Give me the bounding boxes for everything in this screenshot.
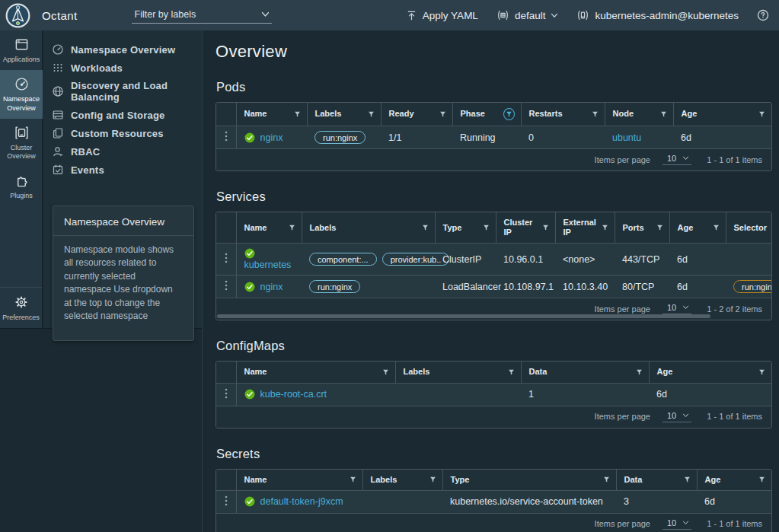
row-actions-button[interactable] xyxy=(216,490,236,513)
selector-pill: run:nginx xyxy=(733,280,771,293)
filter-icon[interactable] xyxy=(429,476,436,483)
row-handle-header xyxy=(216,103,236,126)
nav-item-discovery-load-balancing[interactable]: Discovery and Load Balancing xyxy=(43,77,202,106)
filter-icon[interactable] xyxy=(422,224,429,231)
chevron-down-icon xyxy=(261,11,270,18)
service-name-link[interactable]: nginx xyxy=(260,282,283,292)
row-actions-button[interactable] xyxy=(216,244,236,276)
age-value: 6d xyxy=(669,276,726,298)
page-size-select[interactable]: 10 xyxy=(662,154,691,165)
filter-by-labels-dropdown[interactable]: Filter by labels xyxy=(132,8,272,24)
nav-item-workloads[interactable]: Workloads xyxy=(43,59,202,77)
sidebar-item-applications[interactable]: Applications xyxy=(0,30,43,70)
plugins-icon xyxy=(14,174,30,188)
nav-label: RBAC xyxy=(71,146,100,158)
namespace-icon xyxy=(496,9,509,21)
filter-icon[interactable] xyxy=(758,368,765,376)
col-age: Age xyxy=(669,212,726,244)
row-actions-button[interactable] xyxy=(216,383,236,406)
context-selector[interactable]: kubernetes-admin@kubernetes xyxy=(576,9,739,21)
filter-icon[interactable] xyxy=(382,368,389,376)
age-value: 6d xyxy=(697,490,771,513)
age-value: 6d xyxy=(669,244,726,276)
filter-icon[interactable] xyxy=(483,224,490,231)
filter-icon[interactable] xyxy=(713,224,720,231)
nav-item-namespace-overview[interactable]: Namespace Overview xyxy=(43,40,202,59)
nav-label: Events xyxy=(71,164,104,176)
filter-icon[interactable] xyxy=(439,110,446,118)
pagination-range: 1 - 2 of 2 items xyxy=(707,304,762,314)
filter-icon[interactable] xyxy=(656,224,663,231)
configmaps-table: Name Labels Data Age kube-root-ca.crt 1 … xyxy=(216,361,772,428)
ports-value: 80/TCP xyxy=(615,276,669,298)
network-globe-icon xyxy=(52,85,64,97)
page-size-select[interactable]: 10 xyxy=(662,303,691,314)
filter-icon[interactable] xyxy=(294,110,301,118)
col-labels: Labels xyxy=(302,212,435,244)
age-value: 6d xyxy=(649,383,771,406)
sidebar-label-applications: Applications xyxy=(3,56,40,64)
filter-icon[interactable] xyxy=(684,476,691,483)
app-title: Octant xyxy=(42,9,78,22)
col-ready: Ready xyxy=(381,103,452,126)
filter-icon[interactable] xyxy=(368,110,375,118)
page-title: Overview xyxy=(216,42,773,62)
filter-icon[interactable] xyxy=(660,110,667,118)
filter-icon[interactable] xyxy=(758,476,765,483)
user-icon xyxy=(52,145,64,158)
ports-value: 443/TCP xyxy=(615,244,669,276)
nav-item-events[interactable]: Events xyxy=(43,161,202,179)
sidebar-item-namespace-overview[interactable]: Namespace Overview xyxy=(0,70,43,119)
nav-item-config-storage[interactable]: Config and Storage xyxy=(43,106,202,124)
namespace-dropdown[interactable]: default xyxy=(496,9,559,21)
sidebar-label-preferences: Preferences xyxy=(2,314,40,322)
configmap-name-link[interactable]: kube-root-ca.crt xyxy=(260,389,327,400)
pod-name-link[interactable]: nginx xyxy=(260,132,283,143)
page-size-select[interactable]: 10 xyxy=(662,411,691,422)
type-value: kubernetes.io/service-account-token xyxy=(442,490,616,513)
sidebar-item-cluster-overview[interactable]: Cluster Overview xyxy=(0,119,43,167)
pagination-range: 1 - 1 of 1 items xyxy=(707,412,762,421)
filter-icon[interactable] xyxy=(636,368,643,376)
col-data: Data xyxy=(521,362,649,383)
nav-item-rbac[interactable]: RBAC xyxy=(43,142,202,161)
filter-icon[interactable] xyxy=(602,224,608,231)
help-icon xyxy=(757,9,769,21)
gear-icon xyxy=(13,295,30,310)
filter-icon[interactable] xyxy=(542,224,549,231)
row-actions-button[interactable] xyxy=(216,276,236,298)
module-description-card: Namespace Overview Namespace module show… xyxy=(53,205,194,341)
node-link[interactable]: ubuntu xyxy=(612,132,641,143)
apply-yaml-button[interactable]: Apply YAML xyxy=(406,10,478,21)
active-filter-icon[interactable] xyxy=(503,108,515,120)
sidebar-item-preferences[interactable]: Preferences xyxy=(0,287,42,328)
context-icon xyxy=(576,9,589,21)
row-actions-button[interactable] xyxy=(216,126,236,149)
help-button[interactable] xyxy=(757,9,769,21)
sidebar-item-plugins[interactable]: Plugins xyxy=(0,167,43,206)
selector-cell: run:nginx xyxy=(726,276,771,298)
apply-yaml-label: Apply YAML xyxy=(423,10,478,21)
filter-icon[interactable] xyxy=(758,110,765,118)
applications-icon xyxy=(14,37,30,52)
table-row: kubernetes component:...provider:kub.. C… xyxy=(216,244,771,276)
age-value: 6d xyxy=(673,126,771,149)
data-value: 1 xyxy=(521,383,649,406)
filter-icon[interactable] xyxy=(350,476,356,483)
pagination-range: 1 - 1 of 1 items xyxy=(707,155,762,164)
col-node: Node xyxy=(605,103,673,126)
filter-icon[interactable] xyxy=(592,110,599,118)
col-name: Name xyxy=(236,212,302,244)
external-ip-value: 10.10.3.40 xyxy=(555,276,615,298)
filter-icon[interactable] xyxy=(289,224,295,231)
horizontal-scrollbar[interactable] xyxy=(217,314,710,318)
service-name-link[interactable]: kubernetes xyxy=(244,260,292,270)
cluster-ip-value: 10.108.97.1 xyxy=(496,276,555,298)
page-size-select[interactable]: 10 xyxy=(662,518,691,530)
secret-name-link[interactable]: default-token-j9xcm xyxy=(260,496,343,507)
pagination-range: 1 - 1 of 1 items xyxy=(707,519,762,528)
nav-item-custom-resources[interactable]: Custom Resources xyxy=(43,124,202,142)
filter-icon[interactable] xyxy=(508,368,515,376)
table-row: default-token-j9xcm kubernetes.io/servic… xyxy=(216,490,771,513)
filter-icon[interactable] xyxy=(603,476,610,483)
